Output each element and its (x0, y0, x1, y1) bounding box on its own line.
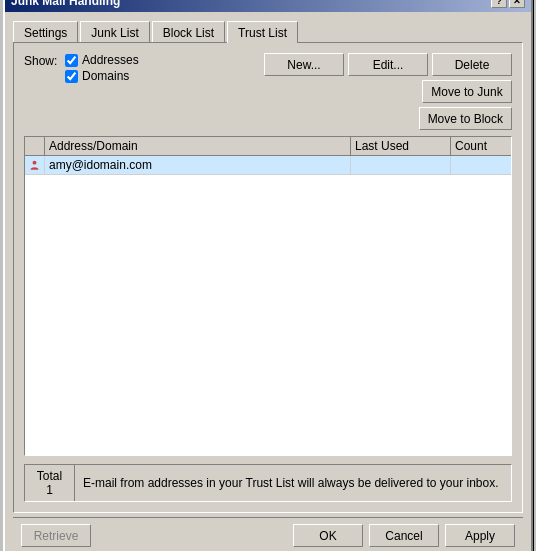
addresses-checkbox[interactable] (65, 54, 78, 67)
window-title: Junk Mail Handling (11, 0, 120, 8)
domains-label: Domains (82, 69, 129, 83)
show-section: Show: Addresses Domains (24, 53, 139, 83)
list-container[interactable]: Address/Domain Last Used Count amy@idoma… (24, 136, 512, 456)
row-icon-cell (25, 156, 45, 174)
footer-left: Retrieve (21, 524, 91, 547)
delete-button[interactable]: Delete (432, 53, 512, 76)
tab-panel: Show: Addresses Domains Ne (13, 42, 523, 513)
col-last-used: Last Used (351, 137, 451, 155)
footer: Retrieve OK Cancel Apply (13, 517, 523, 551)
checkboxes: Addresses Domains (65, 53, 139, 83)
row-count-cell (451, 156, 511, 174)
domains-checkbox-row: Domains (65, 69, 139, 83)
retrieve-button[interactable]: Retrieve (21, 524, 91, 547)
right-buttons: New... Edit... Delete Move to Junk Move … (264, 53, 512, 130)
tab-trust-list[interactable]: Trust List (227, 21, 298, 43)
row-last-used-cell (351, 156, 451, 174)
main-content: Settings Junk List Block List Trust List… (5, 12, 531, 551)
addresses-label: Addresses (82, 53, 139, 67)
person-icon (29, 158, 40, 172)
help-button[interactable]: ? (491, 0, 507, 8)
apply-button[interactable]: Apply (445, 524, 515, 547)
svg-point-0 (33, 161, 37, 165)
tab-settings[interactable]: Settings (13, 21, 78, 43)
list-header: Address/Domain Last Used Count (25, 137, 511, 156)
edit-button[interactable]: Edit... (348, 53, 428, 76)
tab-junk-list[interactable]: Junk List (80, 21, 149, 43)
top-buttons-row: New... Edit... Delete (264, 53, 512, 76)
status-message: E-mail from addresses in your Trust List… (75, 465, 507, 501)
new-button[interactable]: New... (264, 53, 344, 76)
move-buttons-row: Move to Junk (264, 80, 512, 103)
table-row[interactable]: amy@idomain.com (25, 156, 511, 175)
row-address-cell: amy@idomain.com (45, 156, 351, 174)
total-box: Total 1 (25, 465, 75, 501)
cancel-button[interactable]: Cancel (369, 524, 439, 547)
tab-bar: Settings Junk List Block List Trust List (13, 20, 523, 42)
move-to-junk-button[interactable]: Move to Junk (422, 80, 512, 103)
total-label: Total (37, 469, 62, 483)
col-address: Address/Domain (45, 137, 351, 155)
move-block-row: Move to Block (264, 107, 512, 130)
col-count: Count (451, 137, 511, 155)
tab-block-list[interactable]: Block List (152, 21, 225, 43)
domains-checkbox[interactable] (65, 70, 78, 83)
move-to-block-button[interactable]: Move to Block (419, 107, 512, 130)
top-row: Show: Addresses Domains Ne (24, 53, 512, 130)
title-bar-controls: ? ✕ (491, 0, 525, 8)
close-button[interactable]: ✕ (509, 0, 525, 8)
total-value: 1 (46, 483, 53, 497)
addresses-checkbox-row: Addresses (65, 53, 139, 67)
title-bar: Junk Mail Handling ? ✕ (5, 0, 531, 12)
ok-button[interactable]: OK (293, 524, 363, 547)
status-bar: Total 1 E-mail from addresses in your Tr… (24, 464, 512, 502)
window: Junk Mail Handling ? ✕ Settings Junk Lis… (3, 0, 533, 551)
show-label: Show: (24, 53, 59, 68)
col-icon (25, 137, 45, 155)
